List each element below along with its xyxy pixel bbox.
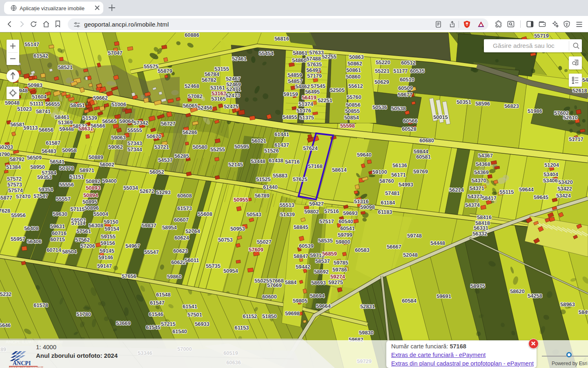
svg-text:59698: 59698 [285,310,300,316]
svg-text:61540: 61540 [172,328,187,334]
svg-text:60510: 60510 [400,76,414,83]
svg-text:54860: 54860 [292,57,307,63]
svg-text:52672: 52672 [140,188,154,194]
svg-text:55760: 55760 [347,94,361,100]
svg-text:51375: 51375 [299,114,314,121]
svg-text:56656: 56656 [39,127,53,133]
svg-text:59860: 59860 [167,274,182,280]
svg-text:59644: 59644 [519,186,534,193]
svg-text:59448: 59448 [59,126,74,132]
svg-text:57501: 57501 [187,312,202,318]
svg-text:59664: 59664 [316,303,331,309]
svg-text:60886: 60886 [185,32,199,38]
svg-text:58504: 58504 [62,249,77,255]
svg-text:55877: 55877 [0,195,12,201]
svg-text:53424: 53424 [556,193,571,199]
svg-text:56784: 56784 [205,71,219,77]
svg-text:51539: 51539 [82,115,97,121]
svg-text:56655: 56655 [45,101,60,107]
svg-text:51204: 51204 [544,162,559,168]
svg-text:56789: 56789 [255,193,270,199]
svg-text:52251: 52251 [318,97,332,103]
svg-text:60622: 60622 [171,259,186,265]
svg-text:59691: 59691 [437,293,451,299]
svg-text:57573: 57573 [7,182,22,188]
svg-text:52145: 52145 [228,162,243,168]
svg-text:50953: 50953 [230,226,245,232]
svg-text:56021: 56021 [252,138,266,144]
svg-text:57656: 57656 [122,273,136,279]
svg-text:50862: 50862 [347,61,362,67]
svg-text:55147: 55147 [24,41,39,47]
svg-text:50958: 50958 [62,147,77,153]
svg-text:59427: 59427 [309,201,324,207]
svg-text:59693: 59693 [343,210,358,216]
svg-text:56823: 56823 [504,103,519,109]
svg-text:AGENTIA NATIONALA DE CADASTRU: AGENTIA NATIONALA DE CADASTRU SI PUBLICI… [9,366,43,368]
svg-text:56419: 56419 [302,94,316,101]
svg-text:56406: 56406 [27,238,42,245]
svg-text:51111: 51111 [30,101,43,107]
svg-text:53406: 53406 [543,177,558,184]
svg-text:57572: 57572 [7,176,22,182]
svg-text:53420: 53420 [558,179,573,185]
svg-text:60714: 60714 [47,247,61,253]
svg-text:59640: 59640 [357,152,372,158]
svg-text:54369: 54369 [474,169,489,175]
svg-text:57635: 57635 [307,61,322,67]
svg-text:57574: 57574 [8,187,23,193]
svg-text:50580: 50580 [193,144,207,150]
svg-text:59748: 59748 [407,233,422,239]
svg-text:60541: 60541 [340,225,355,231]
svg-text:50855: 50855 [345,108,360,114]
svg-text:61184: 61184 [381,200,396,206]
svg-text:52831: 52831 [360,303,375,310]
svg-text:59837: 59837 [142,222,156,229]
svg-text:50778: 50778 [59,165,74,171]
svg-text:54374: 54374 [465,202,480,208]
svg-text:52461: 52461 [232,56,247,62]
svg-text:54967: 54967 [125,243,140,249]
svg-text:57082: 57082 [188,93,203,99]
svg-text:56497: 56497 [306,67,321,73]
svg-text:55612: 55612 [348,83,363,89]
svg-text:55025: 55025 [254,278,269,284]
svg-text:54855: 54855 [283,114,297,120]
svg-text:57545: 57545 [311,83,325,89]
svg-text:58416: 58416 [477,214,492,220]
svg-text:50863: 50863 [349,54,364,60]
svg-text:59274: 59274 [330,274,345,280]
svg-text:50351: 50351 [457,99,471,105]
svg-text:61153: 61153 [235,325,249,331]
svg-text:50753: 50753 [218,237,233,243]
svg-text:52471: 52471 [226,86,241,92]
svg-text:52473: 52473 [225,92,240,99]
svg-text:50595: 50595 [234,144,249,150]
svg-text:50896: 50896 [84,205,99,211]
svg-text:50854: 50854 [344,114,359,121]
svg-text:59805: 59805 [293,298,307,304]
svg-text:50856: 50856 [346,102,361,108]
svg-text:61547: 61547 [150,300,165,306]
svg-text:50889: 50889 [89,154,103,160]
svg-text:55555: 55555 [127,127,142,133]
svg-text:61438: 61438 [269,157,283,164]
svg-text:56483: 56483 [42,148,56,154]
svg-text:51850: 51850 [262,313,277,319]
svg-text:53448: 53448 [251,158,265,164]
svg-text:57624: 57624 [303,145,318,151]
svg-text:60623: 60623 [173,248,188,254]
svg-text:60715: 60715 [50,236,65,242]
svg-text:60540: 60540 [339,218,353,224]
svg-text:58971: 58971 [80,167,94,173]
svg-text:52618: 52618 [572,88,587,94]
svg-text:54371: 54371 [470,185,484,191]
svg-text:55956: 55956 [11,212,26,218]
svg-text:56002: 56002 [100,162,114,168]
svg-text:50861: 50861 [346,67,361,73]
svg-text:54373: 54373 [468,193,482,200]
svg-text:55027: 55027 [257,239,272,245]
svg-text:55598: 55598 [340,123,355,129]
svg-text:51986: 51986 [528,108,542,114]
svg-text:56541: 56541 [50,159,65,165]
